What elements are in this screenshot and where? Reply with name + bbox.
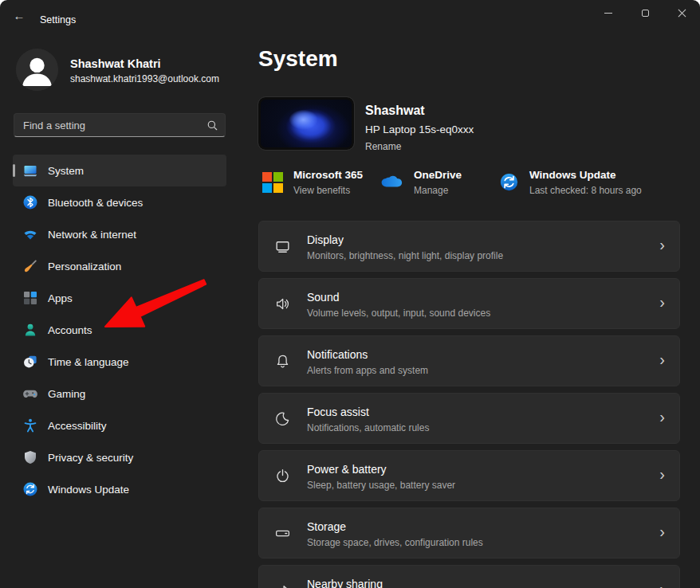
- sidebar-item-label: Privacy & security: [48, 452, 133, 464]
- quick-card-microsoft-365[interactable]: Microsoft 365 View benefits: [262, 168, 363, 196]
- row-title: Focus assist: [307, 406, 369, 418]
- windows-update-icon: [499, 172, 519, 195]
- profile-email: shashwat.khatri1993@outlook.com: [70, 73, 219, 84]
- sidebar-item-windows-update[interactable]: Windows Update: [13, 473, 226, 505]
- sidebar-item-accessibility[interactable]: Accessibility: [13, 410, 226, 441]
- search-box[interactable]: [14, 113, 226, 137]
- sound-icon: [274, 296, 291, 312]
- settings-window: ← Settings Shashwat Khatri shashwat.khat…: [0, 0, 700, 588]
- bluetooth-icon: [22, 194, 38, 210]
- row-title: Nearby sharing: [307, 578, 383, 588]
- display-icon: [274, 238, 291, 255]
- row-display[interactable]: Display Monitors, brightness, night ligh…: [258, 221, 680, 272]
- apps-icon: [22, 290, 38, 306]
- gaming-icon: [22, 386, 38, 402]
- search-icon[interactable]: [204, 120, 225, 131]
- person-icon: [16, 49, 58, 91]
- quick-card-onedrive[interactable]: OneDrive Manage: [380, 168, 462, 196]
- chevron-right-icon: ›: [659, 580, 665, 588]
- row-power-battery[interactable]: Power & battery Sleep, battery usage, ba…: [258, 450, 680, 501]
- storage-icon: [274, 525, 291, 542]
- avatar[interactable]: [16, 49, 58, 91]
- sidebar-item-label: Accessibility: [48, 420, 107, 432]
- row-sound[interactable]: Sound Volume levels, output, input, soun…: [258, 278, 680, 329]
- sidebar-item-accounts[interactable]: Accounts: [13, 314, 226, 346]
- accounts-icon: [22, 322, 38, 338]
- personalization-icon: [22, 258, 38, 274]
- privacy-security-icon: [22, 449, 38, 465]
- row-focus-assist[interactable]: Focus assist Notifications, automatic ru…: [258, 393, 680, 444]
- row-subtitle: Storage space, drives, configuration rul…: [307, 537, 483, 548]
- device-name: Shashwat: [365, 104, 425, 118]
- notifications-icon: [274, 353, 291, 370]
- row-title: Display: [307, 233, 344, 246]
- chevron-right-icon: ›: [659, 293, 665, 312]
- titlebar: ← Settings: [0, 0, 700, 32]
- sidebar-item-gaming[interactable]: Gaming: [13, 378, 226, 410]
- chevron-right-icon: ›: [659, 236, 665, 254]
- sidebar-item-label: Accounts: [48, 324, 92, 336]
- power-icon: [274, 468, 291, 484]
- rename-button[interactable]: Rename: [365, 141, 401, 152]
- chevron-right-icon: ›: [659, 523, 665, 541]
- minimize-button[interactable]: [590, 0, 627, 25]
- row-title: Notifications: [307, 348, 368, 361]
- focus-assist-icon: [274, 410, 291, 427]
- device-model: HP Laptop 15s-eq0xxx: [365, 123, 474, 135]
- row-title: Sound: [307, 291, 339, 304]
- sidebar-item-label: Time & language: [48, 356, 129, 368]
- row-subtitle: Volume levels, output, input, sound devi…: [307, 308, 490, 319]
- row-title: Storage: [307, 520, 346, 533]
- row-title: Power & battery: [307, 463, 387, 476]
- close-icon: [678, 9, 686, 18]
- window-title: Settings: [40, 14, 76, 25]
- sidebar-item-label: Network & internet: [48, 229, 136, 241]
- row-subtitle: Alerts from apps and system: [307, 365, 428, 376]
- selection-indicator: [13, 164, 15, 177]
- quick-card-title: Microsoft 365: [293, 168, 363, 182]
- search-input[interactable]: [14, 120, 204, 131]
- row-notifications[interactable]: Notifications Alerts from apps and syste…: [258, 335, 680, 386]
- quick-card-subtitle[interactable]: View benefits: [293, 185, 363, 196]
- back-button[interactable]: ←: [11, 10, 27, 22]
- quick-card-subtitle[interactable]: Manage: [414, 185, 462, 196]
- nearby-sharing-icon: [274, 582, 291, 588]
- row-subtitle: Sleep, battery usage, battery saver: [307, 480, 455, 491]
- sidebar-item-label: Bluetooth & devices: [48, 197, 143, 209]
- row-storage[interactable]: Storage Storage space, drives, configura…: [258, 508, 680, 559]
- sidebar-item-time-language[interactable]: Time & language: [13, 346, 226, 378]
- chevron-right-icon: ›: [659, 351, 665, 369]
- sidebar-nav: System Bluetooth & devices Network & int…: [13, 155, 226, 505]
- time-language-icon: [22, 354, 38, 370]
- chevron-right-icon: ›: [659, 408, 665, 426]
- page-title: System: [258, 46, 338, 72]
- sidebar-item-apps[interactable]: Apps: [13, 282, 226, 314]
- maximize-button[interactable]: [627, 0, 663, 25]
- quick-card-windows-update[interactable]: Windows Update Last checked: 8 hours ago: [499, 168, 642, 196]
- sidebar-item-bluetooth-devices[interactable]: Bluetooth & devices: [13, 186, 226, 218]
- network-icon: [22, 226, 38, 242]
- accessibility-icon: [22, 417, 38, 433]
- sidebar-item-privacy-security[interactable]: Privacy & security: [13, 441, 226, 473]
- row-nearby-sharing[interactable]: Nearby sharing ›: [258, 565, 680, 588]
- sidebar-item-label: Personalization: [48, 261, 121, 272]
- windows-update-icon: [22, 481, 38, 497]
- maximize-icon: [642, 10, 649, 17]
- close-button[interactable]: [663, 0, 700, 25]
- minimize-icon: [604, 13, 612, 14]
- sidebar-item-label: System: [48, 165, 84, 177]
- sidebar-item-network-internet[interactable]: Network & internet: [13, 218, 226, 250]
- row-subtitle: Monitors, brightness, night light, displ…: [307, 250, 503, 261]
- device-thumbnail: [258, 97, 354, 150]
- sidebar-item-system[interactable]: System: [13, 155, 226, 186]
- sidebar-item-label: Apps: [48, 292, 73, 304]
- chevron-right-icon: ›: [659, 465, 665, 484]
- quick-card-title: Windows Update: [529, 168, 642, 182]
- sidebar-item-personalization[interactable]: Personalization: [13, 250, 226, 282]
- system-icon: [22, 163, 38, 178]
- onedrive-icon: [380, 174, 403, 193]
- sidebar-item-label: Windows Update: [48, 484, 129, 496]
- row-subtitle: Notifications, automatic rules: [307, 422, 429, 433]
- settings-list: Display Monitors, brightness, night ligh…: [258, 221, 680, 588]
- sidebar-item-label: Gaming: [48, 388, 85, 400]
